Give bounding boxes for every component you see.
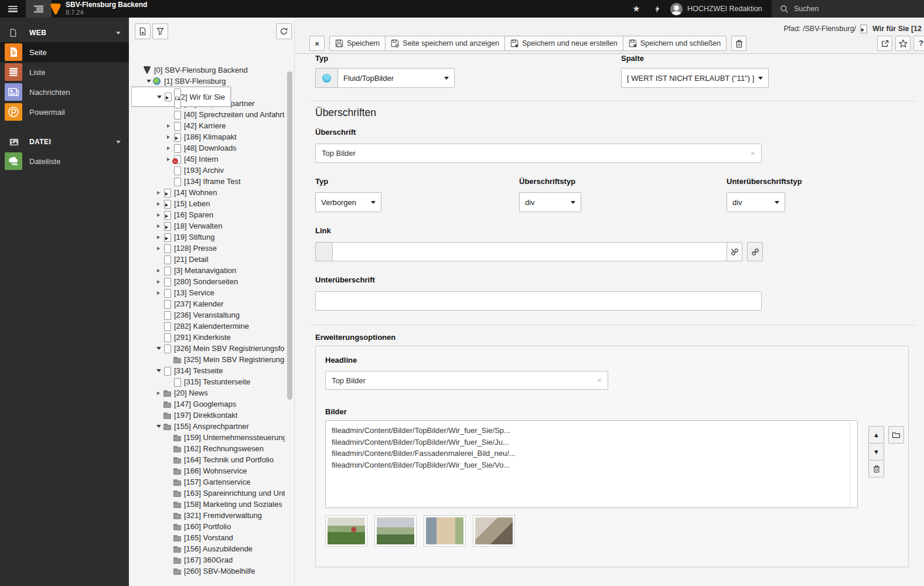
expand-icon[interactable] <box>155 391 162 395</box>
spalte-select[interactable]: [ WERT IST NICHT ERLAUBT ("11") ] <box>621 68 769 88</box>
tree-node[interactable]: [193] Archiv <box>131 165 285 176</box>
expand-icon[interactable] <box>155 213 162 217</box>
help-button[interactable]: ? <box>913 36 924 51</box>
clear-cache-button[interactable] <box>647 0 668 18</box>
global-search[interactable]: Suchen <box>772 0 924 18</box>
module-item-nachrichten[interactable]: Nachrichten <box>0 82 129 102</box>
unlink-button[interactable] <box>727 242 742 261</box>
save-and-close-button[interactable]: Speichern und schließen <box>623 36 727 51</box>
remove-item-button[interactable] <box>868 460 884 478</box>
bilder-thumbnail[interactable] <box>325 515 367 547</box>
close-button[interactable]: × <box>309 36 325 51</box>
bilder-listbox[interactable]: fileadmin/Content/Bilder/TopBilder/Wir_f… <box>325 420 858 508</box>
tree-node[interactable]: [165] Vorstand <box>131 532 285 543</box>
expand-icon[interactable] <box>155 224 162 228</box>
bilder-thumbnail[interactable] <box>473 515 515 547</box>
tree-node[interactable]: [197] Direktkontakt <box>131 410 285 421</box>
bookmark-button[interactable] <box>895 36 911 51</box>
tree-node[interactable]: [14] Wohnen <box>131 187 285 198</box>
filter-button[interactable] <box>152 23 168 39</box>
tree-node[interactable]: [325] Mein SBV Registrierungsan <box>131 354 285 365</box>
collapse-icon[interactable] <box>145 80 152 83</box>
view-webpage-button[interactable] <box>877 36 892 51</box>
move-up-button[interactable]: ▲ <box>868 426 884 444</box>
tree-node[interactable]: [155] Ansprechpartner <box>131 421 285 432</box>
tree-node[interactable]: [158] Marketing und Soziales <box>131 499 285 510</box>
collapse-icon[interactable] <box>155 369 162 372</box>
tree-node[interactable]: [314] Testseite <box>131 365 285 376</box>
collapse-icon[interactable] <box>155 425 162 428</box>
tree-node[interactable]: [156] Auszubildende <box>131 543 285 554</box>
expand-icon[interactable] <box>155 247 162 250</box>
tree-node[interactable]: [128] Presse <box>131 243 285 254</box>
bilder-thumbnail[interactable] <box>374 515 417 547</box>
tree-node[interactable]: [19] Stiftung <box>131 231 285 243</box>
expand-icon[interactable] <box>165 158 172 161</box>
tree-node[interactable]: [166] Wohnservice <box>131 465 285 476</box>
tree-node[interactable]: [280] Sonderseiten <box>131 276 285 287</box>
tree-node[interactable]: [157] Gartenservice <box>131 476 285 488</box>
ueberschriftstyp-select[interactable]: div <box>519 192 581 212</box>
tree-node[interactable]: [20] News <box>131 387 285 398</box>
save-and-new-button[interactable]: Speichern und neue erstellen <box>504 36 623 51</box>
tree-node[interactable]: [1] SBV-Flensburg <box>131 76 285 87</box>
expand-icon[interactable] <box>155 280 162 284</box>
pagetree-toggle-button[interactable] <box>26 0 52 18</box>
module-item-seite[interactable]: Seite <box>0 42 129 62</box>
tree-node[interactable]: [16] Sparen <box>131 209 285 220</box>
expand-icon[interactable] <box>165 146 172 150</box>
collapse-icon[interactable] <box>155 347 162 350</box>
listbox-scrollbar[interactable] <box>850 421 857 507</box>
clear-icon[interactable]: × <box>751 149 755 158</box>
tree-node[interactable]: [260] SBV-Möbelhilfe <box>131 565 285 577</box>
link-browser-button[interactable] <box>747 242 763 261</box>
tree-node[interactable]: [237] Kalender <box>131 298 285 309</box>
refresh-tree-button[interactable] <box>276 23 292 39</box>
typ-select[interactable]: Fluid/TopBilder <box>337 68 455 88</box>
tree-node[interactable]: [315] Testunterseite <box>131 376 285 387</box>
tree-node[interactable]: [321] Fremdverwaltung <box>131 510 285 521</box>
expand-icon[interactable] <box>165 135 172 139</box>
tree-node[interactable]: [21] Detail <box>131 254 285 265</box>
tree-node[interactable]: [18] Verwalten <box>131 220 285 231</box>
tree-node[interactable]: [40] Sprechzeiten und Anfahrtssl <box>131 109 285 120</box>
headline-input[interactable]: Top Bilder × <box>325 371 608 390</box>
tree-node[interactable]: [42] Karriere <box>131 120 285 131</box>
bilder-thumbnail[interactable] <box>424 515 466 547</box>
section-web[interactable]: WEB <box>0 23 129 42</box>
tree-node[interactable]: [134] Iframe Test <box>131 176 285 187</box>
link-input[interactable] <box>332 242 727 261</box>
tree-node[interactable]: [186] Klimapakt <box>131 131 285 142</box>
save-button[interactable]: Speichern <box>329 36 386 51</box>
tree-node[interactable]: [147] Googlemaps <box>131 398 285 410</box>
tree-node[interactable]: [15] Leben <box>131 198 285 209</box>
tree-node[interactable]: [326] Mein SBV Registrierungsform <box>131 343 285 354</box>
tree-scrollbar[interactable] <box>287 54 292 581</box>
tree-node[interactable]: [160] Portfolio <box>131 521 285 532</box>
tree-node[interactable]: [282] Kalendertermine <box>131 321 285 332</box>
expand-icon[interactable] <box>165 124 172 128</box>
unterueberschrift-input[interactable] <box>315 291 762 311</box>
tree-node[interactable]: [163] Spareinrichtung und Unter <box>131 488 285 499</box>
expand-icon[interactable] <box>155 269 162 272</box>
bookmarks-button[interactable]: ★ <box>626 0 647 18</box>
bilder-item[interactable]: fileadmin/Content/Bilder/TopBilder/Wir_f… <box>332 437 844 448</box>
tree-node[interactable]: [159] Unternehmenssteuerung <box>131 432 285 443</box>
save-and-view-button[interactable]: Seite speichern und anzeigen <box>385 36 505 51</box>
tree-node[interactable]: [167] 360Grad <box>131 554 285 565</box>
tree-node[interactable]: [164] Technik und Portfolio <box>131 454 285 465</box>
ueberschrift-input[interactable]: Top Bilder × <box>315 144 762 163</box>
bilder-item[interactable]: fileadmin/Content/Bilder/Fassadenmalerei… <box>332 448 844 459</box>
bilder-item[interactable]: fileadmin/Content/Bilder/TopBilder/Wir_f… <box>332 459 844 471</box>
tree-node[interactable]: [291] Kinderkiste <box>131 332 285 343</box>
delete-button[interactable] <box>731 36 746 51</box>
tree-node[interactable]: [48] Downloads <box>131 142 285 154</box>
move-down-button[interactable]: ▼ <box>868 443 884 461</box>
expand-icon[interactable] <box>155 236 162 239</box>
tree-node[interactable]: [13] Service <box>131 287 285 298</box>
expand-icon[interactable] <box>155 291 162 295</box>
browse-files-button[interactable] <box>888 426 904 444</box>
collapse-icon[interactable] <box>155 96 163 98</box>
new-page-button[interactable] <box>135 23 151 39</box>
section-datei[interactable]: DATEI <box>0 132 129 151</box>
